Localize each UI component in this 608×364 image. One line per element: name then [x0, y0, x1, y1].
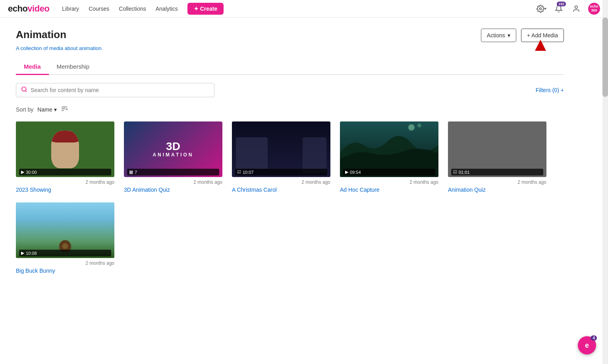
svg-point-8	[417, 123, 421, 127]
video-icon: ▶	[345, 169, 348, 175]
sort-label: Sort by	[16, 106, 33, 113]
sort-row: Sort by Name ▾	[16, 105, 564, 114]
media-date: 2 months ago	[16, 179, 114, 185]
media-title[interactable]: Animation Quiz	[448, 187, 546, 193]
video-icon: ▶	[21, 169, 24, 175]
media-card[interactable]: 3D ANIMATION ▦ 7 2 months ago 3D Animati…	[124, 121, 222, 193]
media-thumbnail: ▶ 30:00	[16, 121, 114, 177]
navbar: echovideo Library Courses Collections An…	[0, 0, 608, 17]
logo-text: echovideo	[8, 4, 49, 14]
chat-bubble-badge: 4	[591, 335, 597, 341]
nav-link-library[interactable]: Library	[62, 6, 79, 12]
chat-bubble-button[interactable]: e 4	[578, 336, 596, 354]
media-duration: ▶ 30:00	[19, 169, 111, 175]
notification-badge: 192	[557, 2, 566, 6]
media-duration: ☑ 10:07	[235, 169, 327, 175]
scrollbar-track[interactable]	[602, 0, 608, 364]
settings-chevron: ▾	[544, 6, 546, 11]
media-card[interactable]: ▶ 09:54 2 months ago Ad Hoc Capture	[340, 121, 438, 193]
nav-link-analytics[interactable]: Analytics	[156, 6, 178, 12]
actions-button[interactable]: Actions ▾	[481, 29, 516, 42]
search-icon	[21, 86, 27, 94]
media-card[interactable]: ▶ 30:00 2 months ago 2023 Showing	[16, 121, 114, 193]
media-card[interactable]: ▶ 10:08 2 months ago Big Buck Bunny	[16, 202, 114, 274]
echo360-label: echo360	[590, 5, 598, 13]
svg-point-0	[539, 8, 541, 10]
media-date: 2 months ago	[340, 179, 438, 185]
media-thumbnail: ☑ 01:01	[448, 121, 546, 177]
media-thumbnail: ▶ 10:08	[16, 202, 114, 258]
media-thumbnail: ☑ 10:07	[232, 121, 330, 177]
tab-media[interactable]: Media	[16, 59, 49, 75]
media-title[interactable]: A Christmas Carol	[232, 187, 330, 193]
page-subtitle: A collection of media about animation.	[16, 45, 564, 51]
svg-point-7	[408, 124, 415, 131]
tabs: Media Membership	[16, 59, 564, 75]
search-input[interactable]	[31, 87, 209, 93]
video-icon: ▶	[21, 250, 24, 256]
chat-bubble-label: e	[585, 341, 589, 350]
svg-point-1	[575, 6, 578, 8]
media-date: 2 months ago	[232, 179, 330, 185]
filters-button[interactable]: Filters (0) +	[536, 87, 564, 93]
sort-chevron-icon: ▾	[54, 106, 57, 113]
nav-right: ▾ 192 echo360	[536, 3, 600, 15]
media-date: 2 months ago	[124, 179, 222, 185]
create-button[interactable]: ✦ Create	[187, 3, 224, 15]
media-duration: ☑ 01:01	[451, 169, 543, 175]
media-card[interactable]: ☑ 10:07 2 months ago A Christmas Carol	[232, 121, 330, 193]
sort-value: Name	[37, 106, 52, 113]
nav-link-courses[interactable]: Courses	[89, 6, 109, 12]
search-box[interactable]	[16, 83, 214, 97]
quiz-icon: ☑	[237, 169, 241, 175]
media-thumbnail: 3D ANIMATION ▦ 7	[124, 121, 222, 177]
page-title: Animation	[16, 29, 66, 41]
main-content: Animation Actions ▾ + Add Media A collec…	[0, 17, 580, 285]
media-title[interactable]: 3D Animation Quiz	[124, 187, 222, 193]
sort-order-icon[interactable]	[61, 105, 68, 114]
svg-line-3	[25, 91, 27, 92]
svg-point-2	[22, 87, 26, 91]
scrollbar-thumb[interactable]	[602, 17, 608, 97]
media-title[interactable]: Big Buck Bunny	[16, 268, 114, 274]
media-title[interactable]: Ad Hoc Capture	[340, 187, 438, 193]
media-title[interactable]: 2023 Showing	[16, 187, 114, 193]
media-grid: ▶ 30:00 2 months ago 2023 Showing 3D ANI…	[16, 121, 564, 274]
nav-link-collections[interactable]: Collections	[119, 6, 146, 12]
media-thumbnail: ▶ 09:54	[340, 121, 438, 177]
echo360-avatar[interactable]: echo360	[588, 3, 600, 15]
media-date: 2 months ago	[16, 260, 114, 266]
actions-chevron-icon: ▾	[508, 32, 510, 39]
nav-links: Library Courses Collections Analytics ✦ …	[62, 3, 536, 15]
profile-icon[interactable]	[571, 3, 582, 14]
add-media-button[interactable]: + Add Media	[521, 29, 564, 42]
notification-icon[interactable]: 192	[553, 3, 564, 14]
header-actions: Actions ▾ + Add Media	[481, 29, 564, 42]
sort-select[interactable]: Name ▾	[37, 106, 56, 113]
media-duration: ▶ 10:08	[19, 250, 111, 256]
search-row: Filters (0) +	[16, 83, 564, 97]
media-duration: ▦ 7	[127, 169, 219, 175]
media-date: 2 months ago	[448, 179, 546, 185]
tab-membership[interactable]: Membership	[49, 59, 98, 75]
quiz-icon: ☑	[453, 169, 457, 175]
media-duration: ▶ 09:54	[343, 169, 435, 175]
slides-icon: ▦	[129, 169, 133, 175]
filters-plus-icon: +	[561, 87, 564, 93]
logo[interactable]: echovideo	[8, 4, 49, 14]
page-header: Animation Actions ▾ + Add Media	[16, 29, 564, 42]
settings-icon[interactable]: ▾	[536, 3, 547, 14]
media-card[interactable]: ☑ 01:01 2 months ago Animation Quiz	[448, 121, 546, 193]
